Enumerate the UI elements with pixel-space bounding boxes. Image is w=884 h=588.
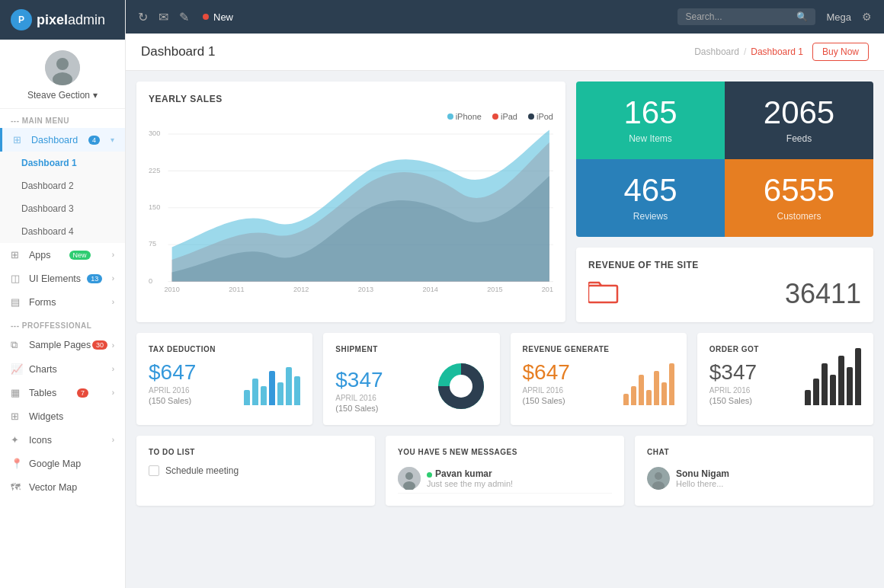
order-amount: $347 (709, 360, 757, 385)
revgen-body: $647 APRIL 2016 (150 Sales) (523, 360, 674, 405)
stat-card-reviews: 465 Reviews (576, 159, 725, 237)
mid-row: TAX DEDUCTION $647 APRIL 2016 (150 Sales… (136, 333, 873, 425)
reviews-label: Reviews (633, 211, 668, 222)
revgen-sales: (150 Sales) (523, 396, 570, 405)
shipment-sales: (150 Sales) (335, 404, 383, 413)
tables-icon: ▦ (11, 387, 23, 398)
sidebar-item-dashboard2[interactable]: Dashboard 2 (0, 174, 125, 197)
dashboard-icon: ⊞ (13, 134, 25, 145)
dashboard-body: YEARLY SALES iPhone iPad iPod 300 225 15… (126, 71, 884, 588)
sidebar-item-sample-pages[interactable]: ⧉ Sample Pages 30 › (0, 333, 125, 357)
tax-sales: (150 Sales) (149, 396, 196, 405)
todo-card: TO DO LIST Schedule meeting (136, 436, 375, 506)
breadcrumb-area: Dashboard / Dashboard 1 Buy Now (694, 43, 869, 61)
sidebar-item-icons[interactable]: ✦ Icons › (0, 428, 125, 452)
sidebar-item-charts[interactable]: 📈 Charts › (0, 357, 125, 381)
edit-icon[interactable]: ✎ (179, 10, 189, 24)
svg-point-1 (56, 58, 69, 70)
iphone-legend-dot (447, 113, 453, 120)
gear-icon[interactable]: ⚙ (862, 11, 872, 23)
svg-text:150: 150 (149, 203, 160, 211)
svg-text:2011: 2011 (229, 284, 244, 292)
sidebar-item-tables[interactable]: ▦ Tables 7 › (0, 381, 125, 404)
message-item-1: Pavan kumar Just see the my admin! (398, 464, 612, 494)
logo-light: admin (68, 12, 105, 27)
sidebar-item-google-map[interactable]: 📍 Google Map (0, 452, 125, 475)
folder-icon (588, 280, 619, 309)
msg-text-1: Just see the my admin! (427, 479, 513, 488)
tax-date: APRIL 2016 (149, 386, 196, 395)
todo-item: Schedule meeting (149, 464, 363, 478)
chat-title: CHAT (647, 448, 861, 456)
sidebar-item-ui-elements[interactable]: ◫ UI Elements 13 › (0, 267, 125, 290)
ipod-legend-dot (528, 113, 534, 120)
mega-menu-button[interactable]: Mega (826, 11, 851, 23)
yearly-sales-card: YEARLY SALES iPhone iPad iPod 300 225 15… (136, 81, 565, 322)
order-got-card: ORDER GOT $347 APRIL 2016 (150 Sales) (697, 333, 873, 425)
sidebar-item-dashboard4[interactable]: Dashboard 4 (0, 220, 125, 243)
chat-item-1: Sonu Nigam Hello there... (647, 464, 861, 493)
sidebar-item-widgets[interactable]: ⊞ Widgets (0, 404, 125, 428)
sidebar-item-dashboard1[interactable]: Dashboard 1 (0, 152, 125, 174)
new-items-label: New Items (629, 133, 672, 144)
msg-online-dot (427, 472, 432, 478)
tax-body: $647 APRIL 2016 (150 Sales) (149, 360, 300, 405)
chevron-down-icon: ▾ (110, 136, 114, 144)
search-input[interactable] (685, 11, 792, 22)
todo-checkbox[interactable] (149, 465, 159, 476)
sidebar-item-apps[interactable]: ⊞ Apps New › (0, 243, 125, 267)
new-button[interactable]: New (203, 11, 233, 23)
apps-icon: ⊞ (11, 249, 23, 260)
sidebar-item-forms[interactable]: ▤ Forms › (0, 290, 125, 314)
search-box: 🔍 (677, 8, 815, 25)
svg-text:2013: 2013 (358, 284, 373, 292)
chat-card: CHAT Sonu Nigam Hello there... (635, 436, 873, 506)
revgen-title: REVENUE GENERATE (523, 345, 674, 353)
svg-text:2012: 2012 (293, 284, 309, 292)
new-dot (203, 14, 209, 20)
stat-card-customers: 6555 Customers (725, 159, 873, 237)
svg-point-22 (450, 375, 472, 398)
chevron-right-icon5: › (112, 365, 114, 373)
svg-rect-20 (588, 286, 617, 302)
ui-icon: ◫ (11, 273, 23, 284)
map-icon: 📍 (11, 458, 23, 469)
revenue-card: REVENUE OF THE SITE 36411 (576, 248, 873, 322)
right-column: 165 New Items 2065 Feeds 465 Reviews 655… (576, 81, 873, 322)
yearly-sales-chart: 300 225 150 75 0 (149, 126, 553, 293)
breadcrumb: Dashboard / Dashboard 1 (694, 46, 803, 57)
revgen-chart (623, 360, 674, 405)
svg-text:2015: 2015 (487, 284, 502, 292)
sidebar-item-vector-map[interactable]: 🗺 Vector Map (0, 475, 125, 499)
reviews-value: 465 (623, 174, 677, 206)
chat-text-1: Hello there... (676, 479, 729, 488)
chevron-right-icon3: › (112, 298, 114, 306)
logo-icon: P (11, 9, 32, 30)
chat-name-1: Sonu Nigam (676, 468, 729, 479)
shipment-amount: $347 (335, 368, 383, 392)
stats-grid: 165 New Items 2065 Feeds 465 Reviews 655… (576, 81, 873, 237)
avatar (45, 50, 80, 85)
order-chart (805, 360, 861, 405)
username: Steave Gection ▾ (27, 90, 98, 101)
yearly-sales-title: YEARLY SALES (149, 94, 553, 104)
svg-text:225: 225 (149, 165, 160, 174)
svg-text:2016: 2016 (542, 284, 553, 292)
svg-text:300: 300 (149, 129, 160, 137)
shipment-title: SHIPMENT (335, 345, 487, 353)
ipad-legend-dot (492, 113, 498, 120)
tax-title: TAX DEDUCTION (149, 345, 300, 353)
icons-icon: ✦ (11, 434, 23, 446)
order-body: $347 APRIL 2016 (150 Sales) (709, 360, 861, 405)
mail-icon[interactable]: ✉ (159, 10, 168, 24)
buy-now-button[interactable]: Buy Now (812, 43, 869, 61)
shipment-chart (434, 360, 488, 413)
revenue-row: 36411 (588, 278, 861, 310)
sidebar-logo: P pixeladmin (0, 0, 125, 40)
chevron-right-icon7: › (112, 436, 114, 444)
sidebar-item-dashboard3[interactable]: Dashboard 3 (0, 197, 125, 220)
sidebar-item-dashboard[interactable]: ⊞ Dashboard 4 ▾ (0, 128, 125, 152)
sidebar-user: Steave Gection ▾ (0, 40, 125, 109)
refresh-icon[interactable]: ↻ (138, 10, 148, 24)
msg-avatar-1 (398, 467, 421, 490)
